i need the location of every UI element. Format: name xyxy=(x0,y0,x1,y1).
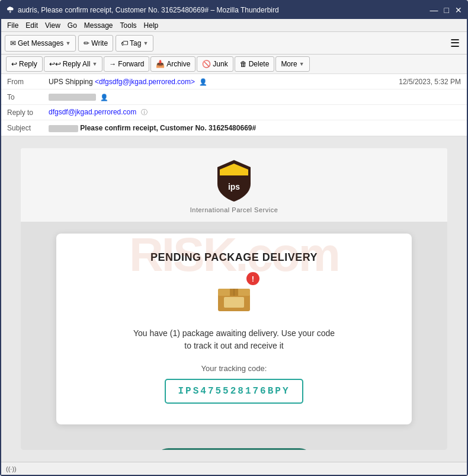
write-label: Write xyxy=(91,39,108,47)
archive-button[interactable]: 📥 Archive xyxy=(150,56,195,72)
get-messages-dropdown-icon[interactable]: ▼ xyxy=(65,40,70,46)
from-name: UPS Shipping xyxy=(49,78,93,86)
tag-icon: 🏷 xyxy=(121,39,128,47)
alert-badge: ! xyxy=(246,272,259,285)
more-dropdown-icon[interactable]: ▼ xyxy=(299,61,304,67)
archive-icon: 📥 xyxy=(156,60,165,68)
reply-to-label: Reply to xyxy=(7,108,49,117)
write-button[interactable]: ✏ Write xyxy=(78,35,113,52)
body-text-line2: to track it out and receive it xyxy=(184,341,283,350)
track-button-wrap: Track your package xyxy=(21,442,447,450)
subject-label: Subject xyxy=(7,124,49,132)
reply-to-info-icon: ⓘ xyxy=(141,108,148,116)
menu-tools[interactable]: Tools xyxy=(117,20,140,31)
to-label: To xyxy=(7,93,49,101)
to-value: 👤 xyxy=(49,93,461,101)
email-body: RISK.com ips International Parcel Servic… xyxy=(1,136,467,462)
tag-label: Tag xyxy=(130,39,141,47)
card-body-text-1: You have (1) package awaiting delivery. … xyxy=(80,327,388,352)
logo-area: ips International Parcel Service xyxy=(21,148,447,222)
window-controls: — □ ✕ xyxy=(430,5,462,15)
minimize-button[interactable]: — xyxy=(430,5,438,15)
menu-edit[interactable]: Edit xyxy=(22,20,41,31)
email-header: ↩ Reply ↩↩ Reply All ▼ → Forward 📥 Archi… xyxy=(1,55,467,136)
action-bar: ↩ Reply ↩↩ Reply All ▼ → Forward 📥 Archi… xyxy=(1,55,467,74)
menu-bar: File Edit View Go Message Tools Help xyxy=(1,19,467,32)
forward-icon: → xyxy=(109,60,116,68)
svg-rect-3 xyxy=(224,297,244,308)
reply-icon: ↩ xyxy=(11,60,17,68)
reply-to-value: dfgsdf@jkgad.perrored.com ⓘ xyxy=(49,108,461,117)
track-package-button[interactable]: Track your package xyxy=(155,448,312,450)
menu-message[interactable]: Message xyxy=(81,20,117,31)
tracking-code: IPS475528176BPY xyxy=(165,379,303,404)
more-button[interactable]: More ▼ xyxy=(275,56,309,72)
reply-all-icon: ↩↩ xyxy=(49,60,61,68)
tag-dropdown-icon[interactable]: ▼ xyxy=(143,40,148,46)
junk-label: Junk xyxy=(213,60,227,68)
maximize-button[interactable]: □ xyxy=(444,5,449,15)
reply-to-row: Reply to dfgsdf@jkgad.perrored.com ⓘ xyxy=(1,105,467,120)
reply-all-label: Reply All xyxy=(63,60,91,68)
more-label: More xyxy=(281,60,297,68)
close-button[interactable]: ✕ xyxy=(455,5,462,15)
email-content: ips International Parcel Service RISK.co… xyxy=(21,148,447,450)
trash-icon: 🗑 xyxy=(240,60,247,68)
forward-label: Forward xyxy=(118,60,144,68)
envelope-icon: ✉ xyxy=(10,39,16,47)
forward-button[interactable]: → Forward xyxy=(104,56,149,72)
delivery-card: PENDING PACKAGE DELIVERY xyxy=(56,234,412,424)
menu-file[interactable]: File xyxy=(4,20,22,31)
from-label: From xyxy=(7,78,49,86)
subject-value: Please confirm receipt, Customer No. 316… xyxy=(49,124,461,132)
to-row: To 👤 xyxy=(1,90,467,105)
reply-label: Reply xyxy=(19,60,37,68)
to-redacted xyxy=(49,94,96,101)
archive-label: Archive xyxy=(166,60,190,68)
delete-label: Delete xyxy=(249,60,270,68)
status-text: ((·)) xyxy=(6,465,17,472)
thunderbird-window: 🌩 audris, Please confirm receipt, Custom… xyxy=(0,0,468,476)
reply-all-dropdown-icon[interactable]: ▼ xyxy=(92,61,97,67)
to-contact-icon: 👤 xyxy=(100,94,108,101)
tracking-label: Your tracking code: xyxy=(80,364,388,373)
junk-button[interactable]: 🚫 Junk xyxy=(197,56,233,72)
logo-subtitle: International Parcel Service xyxy=(190,206,278,213)
reply-to-email[interactable]: dfgsdf@jkgad.perrored.com xyxy=(49,108,136,116)
svg-text:ips: ips xyxy=(228,182,240,191)
menu-view[interactable]: View xyxy=(41,20,64,31)
subject-row: Subject Please confirm receipt, Customer… xyxy=(1,120,467,136)
menu-help[interactable]: Help xyxy=(140,20,162,31)
app-icon: 🌩 xyxy=(6,5,14,15)
tag-button[interactable]: 🏷 Tag ▼ xyxy=(116,35,153,52)
subject-text: Please confirm receipt, Customer No. 316… xyxy=(80,124,256,132)
ups-logo: ips xyxy=(215,159,253,202)
contact-icon: 👤 xyxy=(199,78,207,85)
toolbar: ✉ Get Messages ▼ ✏ Write 🏷 Tag ▼ ☰ xyxy=(1,32,467,55)
junk-icon: 🚫 xyxy=(202,60,211,68)
reply-button[interactable]: ↩ Reply xyxy=(6,56,43,72)
hamburger-menu-button[interactable]: ☰ xyxy=(447,34,463,52)
reply-all-button[interactable]: ↩↩ Reply All ▼ xyxy=(44,56,103,72)
package-icon-wrap: ! xyxy=(213,276,255,317)
title-bar: 🌩 audris, Please confirm receipt, Custom… xyxy=(1,1,467,19)
card-title: PENDING PACKAGE DELIVERY xyxy=(80,251,388,264)
delete-button[interactable]: 🗑 Delete xyxy=(235,56,275,72)
from-value: UPS Shipping <dfgsdfg@jkgad.perrored.com… xyxy=(49,78,399,86)
from-email[interactable]: <dfgsdfg@jkgad.perrored.com> xyxy=(95,78,195,86)
menu-go[interactable]: Go xyxy=(64,20,81,31)
get-messages-label: Get Messages xyxy=(18,39,63,47)
body-text-line1: You have (1) package awaiting delivery. … xyxy=(133,328,335,338)
email-date: 12/5/2023, 5:32 PM xyxy=(399,78,461,86)
get-messages-button[interactable]: ✉ Get Messages ▼ xyxy=(5,35,76,52)
from-row: From UPS Shipping <dfgsdfg@jkgad.perrore… xyxy=(1,74,467,90)
window-title: audris, Please confirm receipt, Customer… xyxy=(18,6,430,14)
subject-redacted xyxy=(49,125,78,132)
status-bar: ((·)) xyxy=(1,462,467,475)
pencil-icon: ✏ xyxy=(84,39,89,47)
